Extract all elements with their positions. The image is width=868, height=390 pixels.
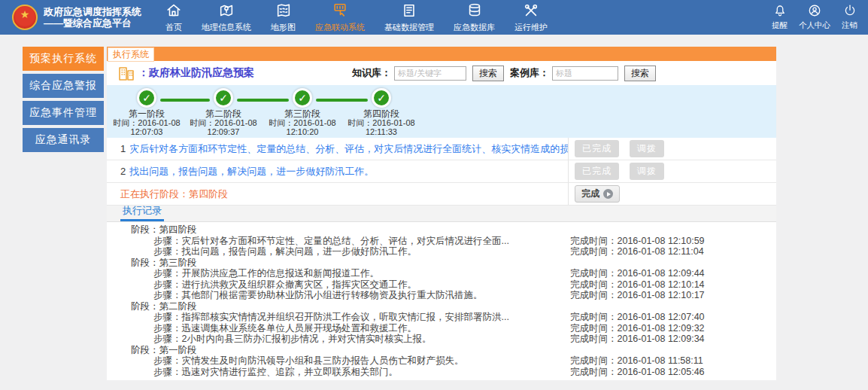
knowledge-search-button[interactable]: 搜索 — [472, 66, 504, 81]
database-icon — [466, 2, 483, 20]
record-step-text: 步骤：2小时内向县三防办汇报初步情况，并对灾情实时核实上报。 — [107, 334, 570, 345]
check-circle-icon: ✓ — [137, 88, 156, 108]
case-search-input[interactable] — [552, 66, 618, 81]
stage-progress-panel: ✓ 第一阶段 时间：2016-01-08 12:07:03 ✓ 第二阶段 时间：… — [107, 85, 776, 138]
nav-item-terrain-map[interactable]: 地形图 — [271, 2, 296, 33]
record-step-time: 完成时间：2016-01-08 11:58:11 — [570, 355, 776, 367]
main-nav: 首页 地理信息系统 地形图 应急联动系统 基础数据管理 应急数据库 运行维护 — [165, 2, 548, 33]
step-clock: 12:07:03 — [131, 128, 163, 137]
nav-item-home[interactable]: 首页 — [165, 2, 182, 33]
terrain-map-icon — [275, 2, 292, 20]
nav-label: 地理信息系统 — [202, 22, 251, 33]
task-actions-cell: 已完成 调拨 — [568, 138, 776, 160]
search-area: 知识库： 搜索 案例库： 搜索 — [352, 66, 659, 81]
current-stage-cell: 正在执行阶段：第四阶段 — [107, 183, 568, 205]
nav-label: 基础数据管理 — [384, 22, 434, 33]
task-description: 找出问题，报告问题，解决问题，进一步做好防汛工作。 — [129, 165, 374, 178]
knowledge-search-input[interactable] — [394, 66, 466, 81]
record-step-time: 完成时间：2016-01-08 12:11:04 — [570, 246, 776, 257]
case-search-button[interactable]: 搜索 — [624, 66, 656, 81]
record-stage: 阶段：第三阶段 — [107, 257, 776, 269]
nav-item-base-data[interactable]: 基础数据管理 — [384, 2, 434, 33]
current-stage-row: 正在执行阶段：第四阶段 完成 — [107, 183, 776, 206]
record-step-text: 步骤：指挥部核实灾情情况并组织召开防洪工作会议，听取灾情汇报，安排部署防洪... — [107, 312, 570, 323]
topbar-right: 提醒 个人中心 注销 — [772, 4, 868, 31]
nav-item-gis[interactable]: 地理信息系统 — [202, 2, 251, 33]
nav-item-emergency-linkage[interactable]: 应急联动系统 — [315, 2, 365, 33]
current-stage-text: 正在执行阶段：第四阶段 — [120, 187, 228, 201]
record-step-time: 完成时间：2016-01-08 12:09:32 — [570, 323, 776, 334]
nav-label: 提醒 — [772, 20, 788, 31]
step-date: 时间：2016-01-08 — [348, 119, 414, 128]
main-panel: 执行系统 ：政府林业防汛应急预案 知识库： 搜索 案例库： 搜索 ✓ — [107, 47, 776, 380]
tools-icon — [523, 2, 539, 20]
record-step-row: 步骤：灾情发生及时向防汛领导小组和县三防办报告人员伤亡和财产损失。 完成时间：2… — [107, 355, 776, 367]
nav-label: 应急联动系统 — [315, 22, 365, 33]
check-circle-icon: ✓ — [293, 88, 312, 108]
record-step-text: 步骤：灾情发生及时向防汛领导小组和县三防办报告人员伤亡和财产损失。 — [107, 355, 570, 367]
knowledge-base-label: 知识库： — [352, 66, 391, 80]
tab-execution-system[interactable]: 执行系统 — [108, 47, 154, 62]
record-step-row: 步骤：进行抗洪救灾及组织群众撤离灾区，指挥灾区交通工作。 完成时间：2016-0… — [107, 279, 776, 291]
records-list: 阶段：第四阶段 步骤：灾后针对各方面和环节定性、定量的总结、分析、评估，对灾后情… — [107, 222, 776, 377]
nav-item-maintenance[interactable]: 运行维护 — [514, 2, 548, 33]
home-icon — [165, 2, 182, 20]
nav-label: 个人中心 — [799, 20, 830, 31]
step-date: 时间：2016-01-08 — [190, 119, 256, 128]
step-clock: 12:11:33 — [366, 128, 397, 137]
record-step-text: 步骤：其他部门根据需要协助林业防汛小组进行转移物资及执行重大防汛措施。 — [107, 290, 570, 301]
sos-hand-icon — [332, 2, 348, 20]
nav-label: 运行维护 — [514, 22, 548, 33]
progress-step-3: ✓ 第三阶段 时间：2016-01-08 12:10:20 — [261, 88, 344, 136]
record-step-row: 步骤：开展防洪应急工作的信息报送和新闻报道工作。 完成时间：2016-01-08… — [107, 268, 776, 279]
record-step-text: 步骤：找出问题，报告问题，解决问题，进一步做好防汛工作。 — [107, 246, 570, 257]
sidebar-item-comprehensive-alarm[interactable]: 综合应急警报 — [23, 74, 104, 98]
reminder-button[interactable]: 提醒 — [772, 4, 788, 31]
step-clock: 12:10:20 — [287, 128, 319, 137]
record-step-text: 步骤：进行抗洪救灾及组织群众撤离灾区，指挥灾区交通工作。 — [107, 279, 570, 291]
check-glyph: ✓ — [377, 92, 386, 104]
brand: 政府应急调度指挥系统 ——暨综合应急平台 — [0, 5, 161, 30]
logout-button[interactable]: 注销 — [842, 4, 857, 31]
record-step-row: 步骤：迅速调集林业系统各单位人员展开现场处置和救援工作。 完成时间：2016-0… — [107, 323, 776, 334]
task-text-cell: 1 灾后针对各方面和环节定性、定量的总结、分析、评估，对灾后情况进行全面统计、核… — [107, 138, 568, 160]
record-step-row: 步骤：其他部门根据需要协助林业防汛小组进行转移物资及执行重大防汛措施。 完成时间… — [107, 290, 776, 301]
step-date: 时间：2016-01-08 — [113, 119, 180, 128]
record-step-row: 步骤：灾后针对各方面和环节定性、定量的总结、分析、评估，对灾后情况进行全面...… — [107, 236, 776, 247]
sidebar-item-plan-execution[interactable]: 预案执行系统 — [23, 47, 104, 71]
records-header: 执行记录 — [107, 206, 776, 222]
record-step-text: 步骤：迅速对灾情进行监控、追踪，并立即联系相关部门。 — [107, 367, 570, 378]
app-title-line2: ——暨综合应急平台 — [44, 17, 141, 29]
check-circle-icon: ✓ — [372, 88, 391, 108]
record-step-text: 步骤：灾后针对各方面和环节定性、定量的总结、分析、评估，对灾后情况进行全面... — [107, 236, 570, 247]
nav-item-emergency-database[interactable]: 应急数据库 — [454, 2, 495, 33]
task-text-cell: 2 找出问题，报告问题，解决问题，进一步做好防汛工作。 — [107, 160, 568, 182]
finish-button[interactable]: 完成 — [575, 185, 620, 203]
personal-center-button[interactable]: 个人中心 — [799, 4, 830, 31]
record-step-time: 完成时间：2016-01-08 12:07:40 — [570, 312, 776, 323]
bell-icon — [773, 4, 787, 19]
sidebar-item-event-management[interactable]: 应急事件管理 — [23, 101, 104, 125]
completed-button: 已完成 — [575, 140, 619, 157]
tab-bar: 执行系统 — [107, 47, 776, 61]
dispatch-button: 调拨 — [630, 163, 664, 180]
national-emblem-logo — [12, 5, 38, 30]
record-step-row: 步骤：迅速对灾情进行监控、追踪，并立即联系相关部门。 完成时间：2016-01-… — [107, 367, 776, 378]
record-step-time: 完成时间：2016-01-08 12:10:59 — [570, 236, 776, 247]
sidebar-item-contacts[interactable]: 应急通讯录 — [23, 128, 104, 152]
progress-step-2: ✓ 第二阶段 时间：2016-01-08 12:09:37 — [182, 88, 265, 136]
records-title: 执行记录 — [120, 204, 164, 221]
task-actions-cell: 已完成 调拨 — [568, 160, 776, 182]
progress-step-1: ✓ 第一阶段 时间：2016-01-08 12:07:03 — [107, 88, 188, 136]
step-clock: 12:09:37 — [208, 128, 240, 137]
check-glyph: ✓ — [142, 92, 151, 104]
nav-label: 地形图 — [271, 22, 296, 33]
task-description: 灾后针对各方面和环节定性、定量的总结、分析、评估，对灾后情况进行全面统计、核实灾… — [129, 142, 568, 156]
check-glyph: ✓ — [298, 92, 307, 104]
app-title: 政府应急调度指挥系统 ——暨综合应急平台 — [44, 6, 141, 29]
record-stage: 阶段：第四阶段 — [107, 224, 776, 236]
topbar: 政府应急调度指挥系统 ——暨综合应急平台 首页 地理信息系统 地形图 应急联动系… — [0, 0, 868, 35]
completed-button: 已完成 — [575, 163, 619, 180]
user-icon — [808, 4, 821, 19]
finish-button-label: 完成 — [581, 187, 599, 200]
